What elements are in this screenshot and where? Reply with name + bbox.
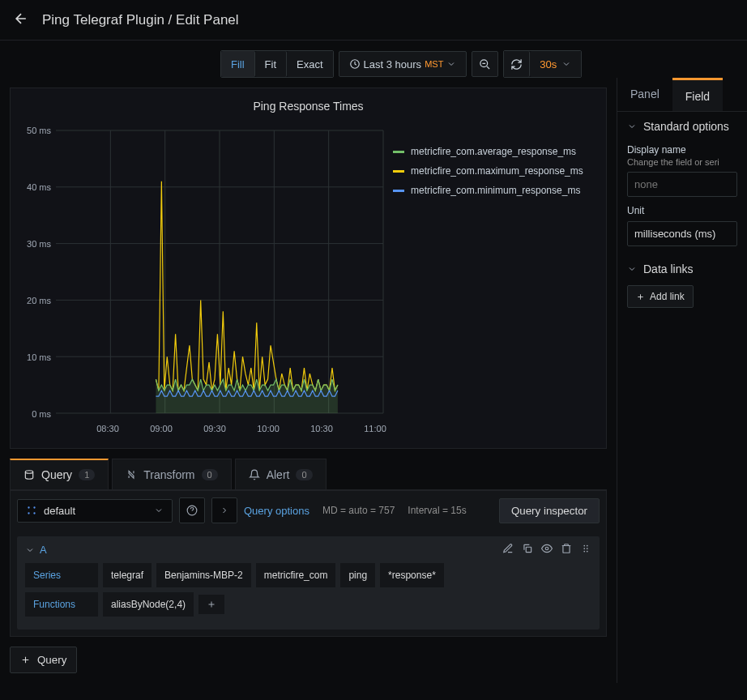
fill-button[interactable]: Fill xyxy=(221,51,255,77)
legend-label: metricfire_com.average_response_ms xyxy=(411,146,576,157)
refresh-button[interactable] xyxy=(504,51,530,77)
add-query-label: Query xyxy=(37,654,66,666)
chart-title: Ping Response Times xyxy=(20,95,596,117)
add-function-button[interactable] xyxy=(198,595,224,614)
svg-point-16 xyxy=(33,506,35,508)
svg-rect-20 xyxy=(526,547,531,552)
function-segment[interactable]: aliasByNode(2,4) xyxy=(103,592,194,617)
drag-handle-icon[interactable] xyxy=(580,543,591,557)
chart-legend: metricfire_com.average_response_ms metri… xyxy=(385,117,583,442)
unit-select[interactable]: milliseconds (ms) xyxy=(627,221,737,246)
exact-button[interactable]: Exact xyxy=(287,51,333,77)
display-name-help: Change the field or seri xyxy=(627,157,737,167)
legend-item[interactable]: metricfire_com.maximum_response_ms xyxy=(393,161,583,181)
data-links-header[interactable]: Data links xyxy=(627,262,737,279)
datasource-select[interactable]: default xyxy=(17,499,173,523)
svg-point-17 xyxy=(28,512,29,514)
x-tick: 08:30 xyxy=(96,424,119,433)
standard-options-title: Standard options xyxy=(643,120,729,133)
timerange-label: Last 3 hours xyxy=(364,58,422,70)
svg-point-24 xyxy=(583,548,585,549)
eye-icon[interactable] xyxy=(541,543,553,557)
fit-button[interactable]: Fit xyxy=(255,51,287,77)
x-tick: 11:00 xyxy=(364,424,386,433)
edit-icon[interactable] xyxy=(502,543,514,557)
datasource-value: default xyxy=(44,505,75,517)
query-letter[interactable]: A xyxy=(40,544,47,556)
query-options-link[interactable]: Query options xyxy=(244,505,309,517)
side-tab-field[interactable]: Field xyxy=(672,78,723,111)
timezone-label: MST xyxy=(425,59,443,69)
display-name-label: Display name xyxy=(627,144,737,156)
add-link-label: Add link xyxy=(650,291,685,302)
svg-point-27 xyxy=(587,551,588,553)
tab-query-label: Query xyxy=(41,468,72,481)
x-tick: 09:30 xyxy=(203,424,226,433)
legend-item[interactable]: metricfire_com.average_response_ms xyxy=(393,142,583,161)
page-title: Ping Telegraf Plugin / Edit Panel xyxy=(42,12,239,28)
x-tick: 10:30 xyxy=(310,424,333,433)
x-tick: 09:00 xyxy=(150,424,173,433)
trash-icon[interactable] xyxy=(561,543,572,557)
tab-query-count: 1 xyxy=(79,469,95,480)
x-tick: 10:00 xyxy=(257,424,280,433)
series-label: Series xyxy=(25,563,98,587)
svg-point-21 xyxy=(545,547,549,550)
refresh-interval-picker[interactable]: 30s xyxy=(530,51,581,77)
series-segment[interactable]: Benjamins-MBP-2 xyxy=(156,563,251,587)
query-interval: Interval = 15s xyxy=(408,505,466,516)
legend-swatch xyxy=(393,190,404,192)
svg-point-14 xyxy=(25,471,32,474)
chevron-down-icon[interactable] xyxy=(25,545,35,555)
add-link-button[interactable]: Add link xyxy=(627,285,694,308)
svg-point-26 xyxy=(583,551,585,553)
data-links-title: Data links xyxy=(643,262,693,275)
legend-swatch xyxy=(393,151,404,153)
tab-alert-count: 0 xyxy=(296,469,312,480)
legend-item[interactable]: metricfire_com.minimum_response_ms xyxy=(393,181,583,200)
add-query-button[interactable]: Query xyxy=(10,647,77,673)
svg-point-25 xyxy=(587,548,588,549)
legend-label: metricfire_com.minimum_response_ms xyxy=(411,185,580,196)
view-mode-group: Fill Fit Exact xyxy=(220,50,334,78)
help-button[interactable] xyxy=(179,497,205,523)
side-tab-panel[interactable]: Panel xyxy=(617,78,672,111)
query-options-toggle[interactable] xyxy=(211,497,237,523)
svg-point-23 xyxy=(587,545,588,547)
series-segment[interactable]: ping xyxy=(340,563,375,587)
tab-transform-count: 0 xyxy=(202,469,218,480)
tab-query[interactable]: Query 1 xyxy=(10,459,109,489)
zoom-out-button[interactable] xyxy=(472,51,498,77)
chart-plot[interactable]: 50 ms 40 ms 30 ms 20 ms 10 ms 0 ms 08:30… xyxy=(20,117,385,442)
svg-point-22 xyxy=(583,545,585,547)
series-segment[interactable]: *response* xyxy=(380,563,444,587)
legend-swatch xyxy=(393,170,404,173)
unit-label: Unit xyxy=(627,205,737,216)
query-md: MD = auto = 757 xyxy=(322,505,395,516)
copy-icon[interactable] xyxy=(522,543,533,557)
functions-label: Functions xyxy=(25,592,98,617)
query-inspector-button[interactable]: Query inspector xyxy=(499,498,600,523)
series-segment[interactable]: telegraf xyxy=(103,563,152,587)
svg-point-15 xyxy=(28,506,29,508)
tab-transform-label: Transform xyxy=(143,468,194,481)
display-name-input[interactable] xyxy=(627,172,737,197)
tab-alert-label: Alert xyxy=(267,468,290,481)
series-segment[interactable]: metricfire_com xyxy=(256,563,336,587)
svg-point-18 xyxy=(33,512,35,514)
legend-label: metricfire_com.maximum_response_ms xyxy=(411,165,583,177)
refresh-interval-value: 30s xyxy=(540,58,557,70)
tab-alert[interactable]: Alert 0 xyxy=(235,459,327,489)
back-arrow-icon[interactable] xyxy=(13,11,29,29)
tab-transform[interactable]: Transform 0 xyxy=(112,459,231,489)
standard-options-header[interactable]: Standard options xyxy=(627,120,737,136)
timerange-picker[interactable]: Last 3 hours MST xyxy=(339,51,467,77)
